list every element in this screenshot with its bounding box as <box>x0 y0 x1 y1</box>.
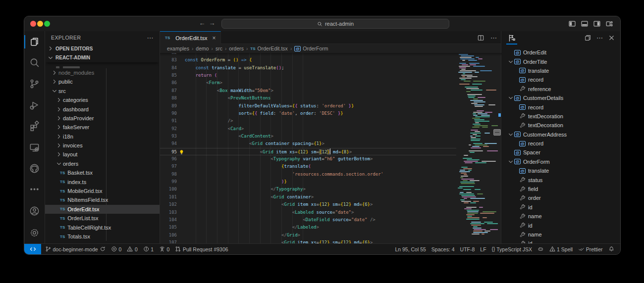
notifications[interactable] <box>608 246 615 252</box>
activity-item-extensions[interactable] <box>24 116 45 137</box>
outline-item-id[interactable]: id <box>501 221 620 230</box>
error-count[interactable]: 0 <box>111 246 121 252</box>
activity-item-settings[interactable] <box>24 222 45 243</box>
minimize-window-button[interactable] <box>37 21 43 27</box>
toggle-panel-icon[interactable] <box>581 20 589 28</box>
outline-item-ordertitle[interactable]: @OrderTitle <box>501 57 620 66</box>
outline-item-translate[interactable]: @translate <box>501 66 620 75</box>
outline-item-textdecoration[interactable]: textDecoration <box>501 112 620 121</box>
info-count[interactable]: 1 <box>143 246 154 252</box>
tab-close-icon[interactable]: × <box>212 35 215 42</box>
code-line[interactable]: 88 <PrevNextButtons <box>160 94 456 102</box>
outline-item-orderform[interactable]: @OrderForm <box>501 157 620 166</box>
minimap[interactable] <box>456 53 498 243</box>
tree-item-invoices[interactable]: invoices <box>45 141 160 150</box>
forward-button[interactable]: → <box>208 19 216 27</box>
tree-item-fakeserver[interactable]: fakeServer <box>45 123 160 132</box>
outline-item-field[interactable]: field <box>501 185 620 193</box>
tree-item-orders[interactable]: orders <box>45 159 160 168</box>
activity-item-account[interactable] <box>24 200 45 222</box>
tree-item-layout[interactable]: layout <box>45 150 160 159</box>
outline-item-record[interactable]: @record <box>501 139 620 148</box>
breadcrumb-item-orderedit-tsx[interactable]: TSOrderEdit.tsx <box>250 46 288 51</box>
indentation[interactable]: Spaces: 4 <box>431 246 455 252</box>
close-window-button[interactable] <box>30 21 36 27</box>
copilot-status[interactable] <box>537 246 544 252</box>
code-line[interactable]: 99 )} <box>160 178 456 186</box>
outline-item-id[interactable]: id <box>501 239 620 243</box>
panel-more-actions-icon[interactable]: ⋯ <box>596 34 603 42</box>
breadcrumb-item-orderform[interactable]: @OrderForm <box>294 46 328 51</box>
outline-item-customerdetails[interactable]: @CustomerDetails <box>501 94 620 102</box>
tree-item-index-ts[interactable]: TSindex.ts <box>45 177 160 186</box>
customize-layout-icon[interactable] <box>605 20 613 28</box>
branch-indicator[interactable]: doc-beginner-mode <box>45 246 106 252</box>
editor-more-actions-icon[interactable]: ⋯ <box>490 34 497 42</box>
eol[interactable]: LF <box>480 246 486 252</box>
code-line[interactable]: 86 <Form> <box>160 79 456 87</box>
code-area[interactable]: 8283const OrderForm = () => {84 const tr… <box>160 53 456 243</box>
split-editor-icon[interactable] <box>477 34 484 42</box>
ports-indicator[interactable]: 0 <box>159 246 169 252</box>
tree-item-orderedit-tsx[interactable]: TSOrderEdit.tsx <box>45 205 160 214</box>
code-line[interactable]: 95 <Grid item xs={12} sm={12} md={8}> <box>160 148 456 155</box>
outline-item-record[interactable]: @record <box>501 102 620 111</box>
tree-item-public[interactable]: public <box>45 77 160 86</box>
panel-close-icon[interactable] <box>608 34 615 42</box>
outline-item-textdecoration[interactable]: textDecoration <box>501 121 620 130</box>
outline-item-orderedit[interactable]: @OrderEdit <box>501 48 620 57</box>
zoom-window-button[interactable] <box>44 21 50 27</box>
activity-item-github[interactable] <box>24 158 45 179</box>
tree-item-mobilegrid-tsx[interactable]: TSMobileGrid.tsx <box>45 187 160 195</box>
tree-item-totals-tsx[interactable]: TSTotals.tsx <box>45 232 160 241</box>
code-line[interactable]: 90 sort={{ field: 'date', order: 'DESC' … <box>160 110 456 117</box>
open-editors-section[interactable]: OPEN EDITORS <box>45 44 160 53</box>
tree-item-node-modules[interactable]: node_modules <box>45 68 160 77</box>
tree-item-i18n[interactable]: i18n <box>45 132 160 141</box>
code-line[interactable]: 101 <Grid container> <box>160 193 456 201</box>
tree-item-nbitemsfield-tsx[interactable]: TSNbItemsField.tsx <box>45 195 160 204</box>
code-line[interactable]: 100 </Typography> <box>160 186 456 193</box>
code-line[interactable]: 96 <Typography variant="h6" gutterBottom… <box>160 155 456 163</box>
outline-view-icon[interactable] <box>507 34 516 43</box>
outline-item-id[interactable]: id <box>501 203 620 212</box>
tree-item-categories[interactable]: categories <box>45 95 160 104</box>
encoding[interactable]: UTF-8 <box>460 246 475 252</box>
code-line[interactable]: 83const OrderForm = () => { <box>160 56 456 64</box>
breadcrumb-item-orders[interactable]: orders <box>229 46 244 51</box>
tab-orderedit[interactable]: TS OrderEdit.tsx × <box>160 31 221 44</box>
activity-item-search[interactable] <box>24 52 45 74</box>
code-line[interactable]: 82 <box>160 53 456 56</box>
activity-item-run-debug[interactable] <box>24 94 45 116</box>
tree-item-tablecellright-tsx[interactable]: TSTableCellRight.tsx <box>45 223 160 232</box>
code-line[interactable]: 84 const translate = useTranslate(); <box>160 64 456 72</box>
tree-item-basket-tsx[interactable]: TSBasket.tsx <box>45 168 160 177</box>
tree-item-dashboard[interactable]: dashboard <box>45 104 160 113</box>
breadcrumb-item-examples[interactable]: examples <box>167 46 189 51</box>
code-line[interactable]: 107 <Grid item xs={12} sm={12} md={6}> <box>160 239 456 243</box>
tree-item-orderlist-tsx[interactable]: TSOrderList.tsx <box>45 214 160 223</box>
remote-indicator[interactable] <box>24 244 41 255</box>
code-line[interactable]: 105 </Labeled> <box>160 224 456 231</box>
code-line[interactable]: 102 <Grid item xs={12} sm={12} md={6}> <box>160 201 456 208</box>
code-line[interactable]: 89 filterDefaultValues={{ status: 'order… <box>160 102 456 110</box>
spell-checker[interactable]: 1 Spell <box>549 246 573 252</box>
code-line[interactable]: 98 'resources.commands.section.order' <box>160 171 456 178</box>
pull-request-indicator[interactable]: Pull Request #9306 <box>175 246 228 252</box>
tree-item-dataprovider[interactable]: dataProvider <box>45 114 160 123</box>
code-line[interactable]: 104 <DateField source="date" /> <box>160 216 456 224</box>
toggle-left-sidebar-icon[interactable] <box>568 20 576 28</box>
outline-item-name[interactable]: name <box>501 212 620 221</box>
tree-item-src[interactable]: src <box>45 87 160 95</box>
outline-item-order[interactable]: order <box>501 193 620 202</box>
code-line[interactable]: 97 {translate( <box>160 163 456 170</box>
code-line[interactable]: 91 /> <box>160 117 456 125</box>
outline-item-customeraddress[interactable]: @CustomerAddress <box>501 130 620 139</box>
code-line[interactable]: 85 return ( <box>160 72 456 79</box>
breadcrumb-item-src[interactable]: src <box>215 46 222 51</box>
activity-item-source-control[interactable] <box>24 73 45 94</box>
code-line[interactable]: 94 <Grid container spacing={1}> <box>160 140 456 147</box>
outline-item-name[interactable]: name <box>501 230 620 239</box>
sash-drag-handle[interactable] <box>493 129 501 136</box>
language-mode[interactable]: {}TypeScript JSX <box>492 246 532 252</box>
